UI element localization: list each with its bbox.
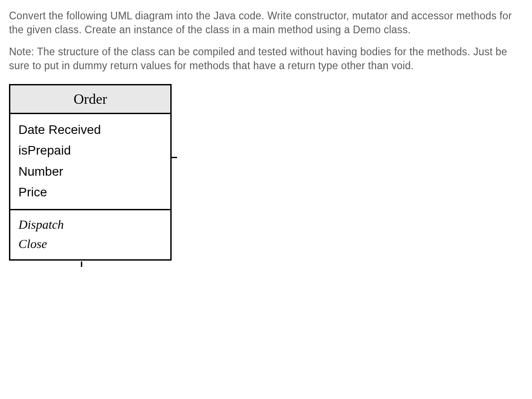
uml-attribute: Price [18, 182, 162, 203]
uml-connector-stub-bottom [81, 262, 82, 267]
uml-methods-compartment: Dispatch Close [10, 210, 170, 259]
uml-class-name: Order [10, 85, 170, 114]
uml-method: Close [18, 234, 162, 253]
uml-attribute: Date Received [18, 120, 162, 140]
uml-diagram: Order Date Received isPrepaid Number Pri… [9, 84, 523, 261]
uml-attribute: isPrepaid [18, 140, 162, 161]
uml-class: Order Date Received isPrepaid Number Pri… [9, 84, 172, 261]
instruction-paragraph-2: Note: The structure of the class can be … [9, 45, 523, 73]
uml-attribute: Number [18, 161, 162, 182]
uml-connector-stub-right [171, 157, 177, 158]
instruction-paragraph-1: Convert the following UML diagram into t… [9, 9, 523, 37]
uml-attributes-compartment: Date Received isPrepaid Number Price [10, 114, 170, 210]
uml-method: Dispatch [18, 215, 162, 234]
uml-class-box: Order Date Received isPrepaid Number Pri… [9, 84, 172, 261]
